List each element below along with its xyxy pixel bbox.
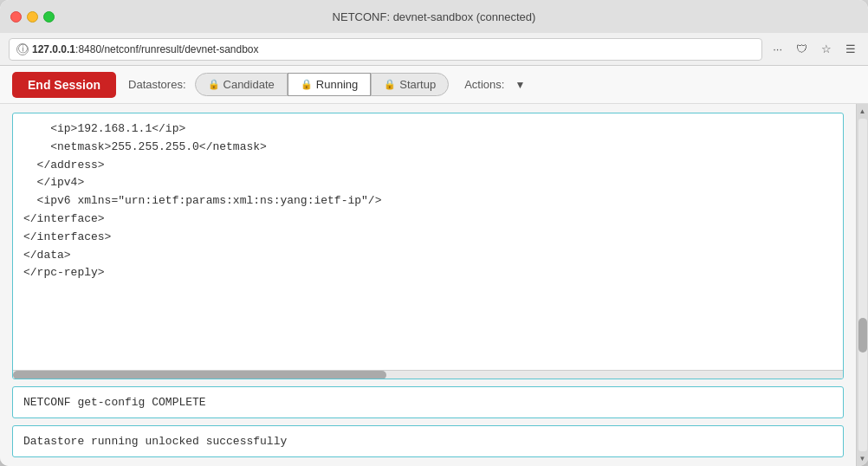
tab-running[interactable]: 🔒 Running: [288, 73, 371, 96]
lock-icon-startup: 🔒: [384, 79, 396, 90]
main-area: <ip>192.168.1.1</ip> <netmask>255.255.25…: [0, 104, 868, 466]
menu-icon[interactable]: ☰: [842, 41, 859, 57]
tab-startup[interactable]: 🔒 Startup: [371, 73, 449, 96]
info-icon: ⓘ: [16, 43, 29, 55]
scroll-up-arrow[interactable]: ▲: [858, 106, 868, 117]
window-title: NETCONF: devnet-sandbox (connected): [333, 10, 536, 23]
xml-line: <ipv6 xmlns="urn:ietf:params:xml:ns:yang…: [23, 192, 832, 210]
address-text: 127.0.0.1:8480/netconf/runresult/devnet-…: [32, 43, 259, 55]
xml-line: </ipv4>: [23, 174, 832, 192]
minimize-button[interactable]: [27, 11, 38, 23]
xml-line: </rpc-reply>: [23, 264, 832, 282]
tab-candidate[interactable]: 🔒 Candidate: [195, 73, 288, 96]
tab-candidate-label: Candidate: [223, 78, 275, 91]
tab-running-label: Running: [316, 78, 358, 91]
xml-line: </address>: [23, 157, 832, 175]
datastore-tabs: 🔒 Candidate 🔒 Running 🔒 Startup: [195, 73, 450, 96]
xml-line: </data>: [23, 247, 832, 265]
browser-toolbar: ⓘ 127.0.0.1:8480/netconf/runresult/devne…: [0, 33, 868, 66]
status-message-1: NETCONF get-config COMPLETE: [12, 386, 844, 418]
scroll-down-arrow[interactable]: ▼: [858, 453, 868, 464]
lock-icon-running: 🔒: [301, 79, 313, 90]
tab-startup-label: Startup: [399, 78, 436, 91]
traffic-lights: [10, 11, 55, 23]
browser-controls: ··· 🛡 ☆ ☰: [769, 41, 859, 57]
xml-output-area: <ip>192.168.1.1</ip> <netmask>255.255.25…: [12, 113, 844, 379]
xml-content[interactable]: <ip>192.168.1.1</ip> <netmask>255.255.25…: [13, 113, 843, 370]
lock-icon-candidate: 🔒: [208, 79, 220, 90]
more-options-button[interactable]: ···: [769, 41, 786, 57]
close-button[interactable]: [10, 11, 22, 23]
shield-icon: 🛡: [793, 41, 811, 57]
xml-line: <netmask>255.255.255.0</netmask>: [23, 139, 832, 157]
xml-line: </interface>: [23, 210, 832, 229]
bookmark-icon[interactable]: ☆: [818, 41, 835, 57]
title-bar: NETCONF: devnet-sandbox (connected): [0, 0, 868, 33]
horizontal-scrollbar-thumb[interactable]: [13, 371, 386, 379]
app-toolbar: End Session Datastores: 🔒 Candidate 🔒 Ru…: [0, 66, 868, 104]
xml-line: </interfaces>: [23, 229, 832, 247]
datastores-label: Datastores:: [128, 78, 185, 91]
horizontal-scrollbar-track[interactable]: [13, 370, 843, 379]
vertical-scrollbar[interactable]: ▲ ▼: [856, 104, 868, 466]
scrollbar-v-thumb[interactable]: [858, 318, 867, 353]
address-bar[interactable]: ⓘ 127.0.0.1:8480/netconf/runresult/devne…: [9, 38, 762, 61]
app-window: NETCONF: devnet-sandbox (connected) ⓘ 12…: [0, 0, 868, 466]
xml-line: <ip>192.168.1.1</ip>: [23, 120, 832, 139]
maximize-button[interactable]: [43, 11, 55, 23]
actions-dropdown-button[interactable]: ▼: [515, 79, 525, 91]
status-message-2: Datastore running unlocked successfully: [12, 425, 844, 457]
actions-label: Actions:: [464, 78, 504, 91]
end-session-button[interactable]: End Session: [12, 72, 116, 98]
scrollbar-v-track[interactable]: [858, 119, 867, 451]
main-content: <ip>192.168.1.1</ip> <netmask>255.255.25…: [0, 104, 856, 466]
